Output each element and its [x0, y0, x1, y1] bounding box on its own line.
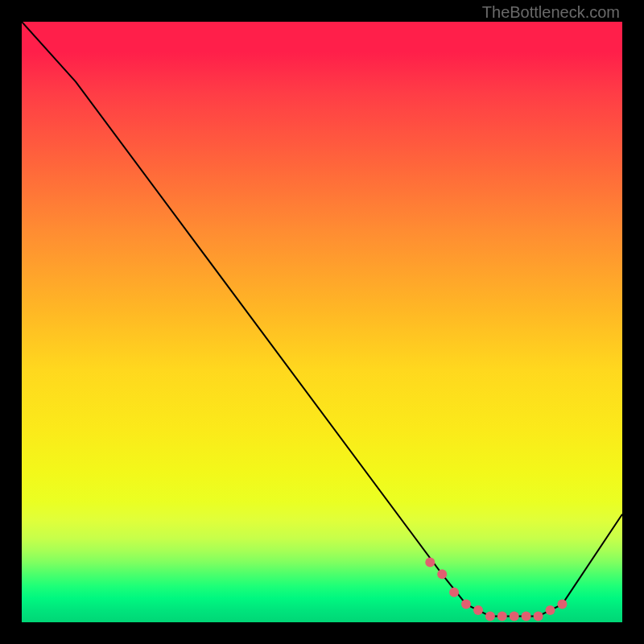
highlight-dot — [497, 612, 507, 621]
highlight-dot — [534, 612, 543, 621]
chart-container: TheBottleneck.com — [0, 0, 644, 644]
highlight-dot — [546, 605, 555, 615]
chart-svg — [22, 22, 622, 622]
curve-line — [22, 22, 622, 617]
highlight-dot — [449, 588, 459, 597]
highlight-dot — [557, 600, 567, 609]
highlight-dot — [510, 612, 519, 621]
highlight-dot — [485, 612, 495, 621]
highlight-dot — [461, 600, 471, 609]
highlight-dots — [425, 557, 567, 621]
highlight-dot — [473, 605, 483, 615]
highlight-dot — [425, 557, 435, 567]
highlight-dot — [437, 569, 447, 579]
highlight-dot — [522, 612, 531, 621]
attribution-text: TheBottleneck.com — [482, 3, 620, 22]
